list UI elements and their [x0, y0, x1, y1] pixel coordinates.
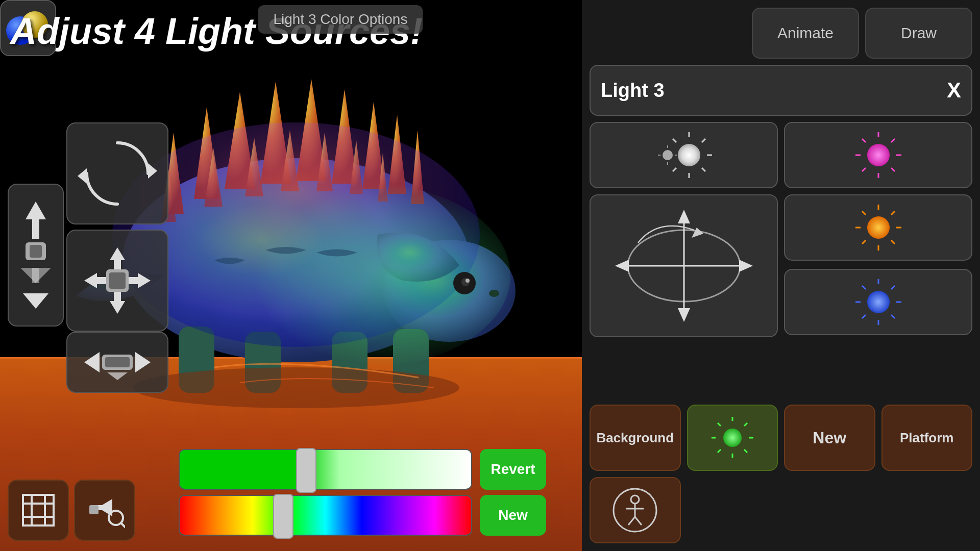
svg-marker-92 [615, 260, 629, 272]
svg-line-101 [891, 211, 895, 215]
svg-line-72 [702, 168, 705, 171]
sliders-area: Revert New [179, 449, 546, 541]
svg-line-71 [673, 168, 676, 171]
svg-marker-50 [84, 352, 100, 372]
light3-panel: Light 3 X [590, 65, 972, 116]
svg-marker-31 [148, 163, 157, 179]
svg-point-27 [489, 290, 499, 297]
top-buttons-row: Animate Draw [590, 8, 972, 59]
svg-line-103 [891, 240, 895, 244]
platform-button[interactable]: Platform [881, 405, 973, 471]
svg-point-113 [723, 429, 742, 447]
svg-line-119 [744, 423, 747, 426]
light-color-pink-button[interactable] [784, 122, 972, 188]
svg-line-121 [744, 449, 747, 453]
svg-line-63 [121, 523, 125, 527]
color-option-popup: Light 3 Color Options [258, 5, 423, 34]
svg-line-84 [891, 139, 895, 142]
svg-rect-61 [89, 505, 99, 514]
svg-point-28 [133, 367, 459, 408]
scale-horizontal-control[interactable] [66, 332, 168, 393]
svg-rect-42 [109, 272, 126, 289]
svg-marker-54 [107, 372, 128, 380]
svg-line-85 [862, 168, 866, 171]
svg-point-73 [663, 150, 673, 160]
svg-line-70 [702, 139, 705, 142]
background-button[interactable]: Background [590, 405, 681, 471]
scale-vertical-control[interactable] [8, 184, 64, 327]
svg-rect-44 [32, 218, 39, 239]
svg-line-120 [718, 449, 721, 453]
svg-line-100 [862, 211, 866, 215]
hue-slider-row: New [179, 495, 546, 536]
draw-button[interactable]: Draw [865, 8, 972, 59]
svg-marker-33 [110, 247, 125, 260]
hue-handle[interactable] [273, 494, 293, 539]
move-control[interactable] [66, 230, 168, 332]
bottom-actions-row: Background Ne [590, 405, 972, 543]
light3-label: Light 3 [601, 80, 665, 102]
svg-line-126 [628, 517, 635, 525]
svg-marker-93 [739, 260, 753, 272]
svg-marker-53 [135, 352, 151, 372]
search-button[interactable] [74, 480, 135, 541]
animate-button[interactable]: Animate [752, 8, 859, 59]
brightness-handle[interactable] [296, 448, 316, 493]
light3-close-button[interactable]: X [947, 78, 961, 103]
person-button[interactable] [590, 477, 681, 543]
svg-point-78 [867, 144, 890, 166]
svg-line-127 [635, 517, 642, 525]
revert-button[interactable]: Revert [480, 449, 546, 490]
svg-marker-35 [110, 301, 125, 314]
svg-point-64 [678, 144, 700, 166]
svg-line-109 [862, 286, 866, 289]
svg-line-83 [862, 139, 866, 142]
svg-point-123 [631, 495, 639, 504]
svg-marker-39 [138, 273, 151, 288]
svg-rect-52 [105, 357, 130, 367]
svg-marker-43 [26, 202, 46, 219]
svg-rect-48 [32, 268, 39, 283]
new-button[interactable]: New [480, 495, 546, 536]
svg-rect-59 [23, 495, 54, 525]
light-color-blue-button[interactable] [784, 269, 972, 335]
svg-line-112 [891, 315, 895, 318]
svg-marker-32 [78, 168, 87, 184]
brightness-track[interactable] [179, 449, 472, 490]
svg-line-111 [862, 315, 866, 318]
green-sun-button[interactable] [687, 405, 778, 471]
svg-marker-37 [84, 273, 97, 288]
svg-point-95 [867, 216, 890, 239]
hue-track[interactable] [179, 495, 472, 536]
svg-line-69 [673, 139, 676, 142]
light-intensity-button[interactable] [590, 122, 778, 188]
brightness-slider-row: Revert [179, 449, 546, 490]
color-option-label: Light 3 Color Options [273, 11, 407, 27]
new-action-button[interactable]: New [784, 405, 875, 471]
light-controls-grid [590, 122, 972, 337]
bottom-controls [8, 480, 135, 541]
rotate-control[interactable] [66, 122, 168, 224]
grid-button[interactable] [8, 480, 69, 541]
svg-marker-49 [23, 293, 48, 309]
svg-line-118 [718, 423, 721, 426]
light-color-orange-button[interactable] [784, 194, 972, 261]
light-direction-control[interactable] [590, 194, 778, 337]
svg-marker-89 [678, 210, 690, 223]
svg-line-102 [862, 240, 866, 244]
svg-point-104 [867, 291, 890, 313]
svg-marker-90 [678, 308, 690, 322]
svg-point-26 [465, 279, 470, 283]
svg-rect-46 [30, 245, 42, 258]
scene-area: Adjust 4 Light Sources! Light 3 Color Op… [0, 0, 582, 551]
svg-line-86 [891, 168, 895, 171]
right-panel: Animate Draw Light 3 X [582, 0, 980, 551]
svg-marker-94 [692, 228, 703, 238]
svg-line-110 [891, 286, 895, 289]
